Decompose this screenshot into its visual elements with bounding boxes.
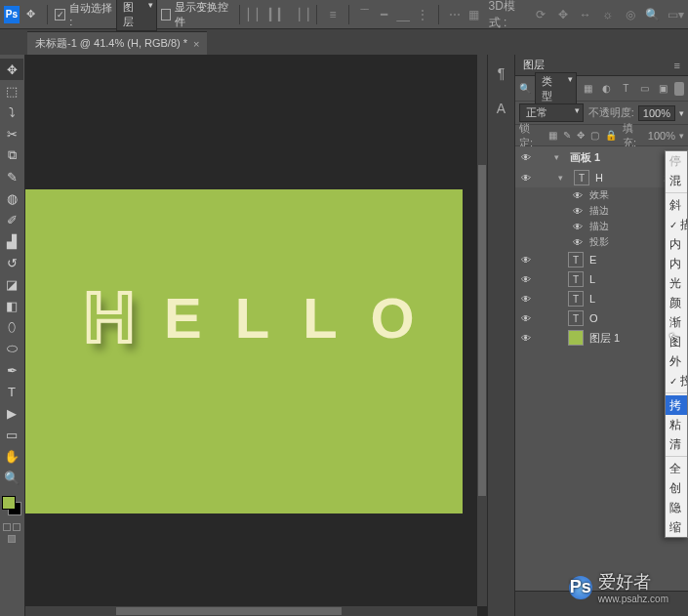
- pen-tool[interactable]: ✒: [0, 359, 23, 381]
- ctx-item[interactable]: 渐: [666, 312, 687, 332]
- shadow-effect[interactable]: 👁投影: [515, 234, 688, 250]
- ctx-item[interactable]: 斜: [666, 195, 687, 215]
- layer-l1[interactable]: 👁 T L: [515, 269, 688, 289]
- scrollbar-horizontal[interactable]: [25, 606, 477, 616]
- hand-tool[interactable]: ✋: [0, 445, 23, 467]
- ctx-item[interactable]: 缩: [666, 517, 687, 537]
- workspace-icon[interactable]: ▭▾: [668, 6, 684, 23]
- align-hcenter-icon[interactable]: ▎▎: [269, 6, 287, 23]
- artboard[interactable]: H E L L O: [25, 189, 463, 513]
- paragraph-panel-icon[interactable]: ¶: [493, 64, 510, 82]
- stroke-effect-1[interactable]: 👁描边: [515, 203, 688, 219]
- effects-row[interactable]: 👁效果: [515, 187, 688, 203]
- opacity-value[interactable]: 100%: [638, 105, 675, 121]
- lock-paint-icon[interactable]: ✎: [563, 130, 571, 141]
- scrollbar-vertical[interactable]: [477, 55, 487, 606]
- camera-icon[interactable]: ◎: [623, 6, 637, 23]
- artboard-layer[interactable]: 👁 ▾ 画板 1: [515, 146, 688, 168]
- orbit-icon[interactable]: ⟳: [534, 6, 548, 23]
- visibility-icon[interactable]: 👁: [519, 173, 533, 184]
- lock-artboard-icon[interactable]: ▢: [590, 130, 599, 141]
- ctx-item[interactable]: 粘: [666, 415, 687, 434]
- zoom-tool[interactable]: 🔍: [0, 467, 23, 488]
- dist-v-icon[interactable]: ⋮: [415, 6, 430, 23]
- letter-l1[interactable]: L: [235, 285, 273, 350]
- lock-pos-icon[interactable]: ✥: [577, 130, 585, 141]
- panel-menu-icon[interactable]: ≡: [674, 60, 680, 71]
- more-icon[interactable]: ⋯: [447, 6, 463, 23]
- ctx-item[interactable]: 隐: [666, 498, 687, 517]
- shape-tool[interactable]: ▭: [0, 424, 23, 445]
- show-transform-checkbox[interactable]: [161, 9, 172, 21]
- brush-tool[interactable]: ✐: [0, 209, 23, 230]
- filter-type-dropdown[interactable]: 类型: [535, 72, 577, 105]
- document-tab[interactable]: 未标题-1 @ 41.4% (H, RGB/8) * ×: [27, 31, 207, 55]
- ctx-item[interactable]: 图: [666, 332, 687, 351]
- cube-icon[interactable]: ▦: [466, 6, 481, 23]
- visibility-icon[interactable]: 👁: [519, 255, 533, 266]
- auto-select-checkbox[interactable]: ✓: [55, 9, 65, 21]
- layer-o[interactable]: 👁 T O: [515, 308, 688, 328]
- visibility-icon[interactable]: 👁: [519, 313, 533, 324]
- ctx-item[interactable]: 描: [666, 215, 687, 234]
- align-right-icon[interactable]: ▕▕: [291, 6, 308, 23]
- marquee-tool[interactable]: ⬚: [0, 80, 23, 102]
- letter-l2[interactable]: L: [303, 285, 341, 350]
- quick-select-tool[interactable]: ✂: [0, 123, 23, 144]
- search-icon[interactable]: 🔍: [645, 6, 660, 23]
- layer-style-context-menu[interactable]: 停混斜描内内光颜渐图外投拷粘清全创隐缩: [665, 150, 688, 538]
- light-icon[interactable]: ☼: [600, 6, 615, 23]
- move-tool[interactable]: ✥: [0, 59, 23, 80]
- filter-toggle[interactable]: [674, 82, 684, 96]
- ctx-item[interactable]: 全: [666, 459, 687, 478]
- visibility-icon[interactable]: 👁: [519, 152, 533, 163]
- dodge-tool[interactable]: ⬭: [0, 338, 23, 359]
- color-swatches[interactable]: [0, 494, 24, 519]
- ctx-item[interactable]: 创: [666, 478, 687, 498]
- filter-pixel-icon[interactable]: ▦: [581, 81, 595, 97]
- layer-bg[interactable]: 👁 图层 1: [515, 328, 688, 348]
- visibility-icon[interactable]: 👁: [519, 294, 533, 305]
- ctx-item[interactable]: 外: [666, 351, 687, 371]
- layer-e[interactable]: 👁 T E: [515, 250, 688, 269]
- character-panel-icon[interactable]: A: [493, 100, 510, 117]
- visibility-icon[interactable]: 👁: [519, 333, 533, 344]
- ctx-item[interactable]: 内: [666, 254, 687, 273]
- lock-trans-icon[interactable]: ▦: [548, 130, 557, 141]
- pan-icon[interactable]: ✥: [555, 6, 570, 23]
- ctx-item[interactable]: 投: [666, 371, 687, 390]
- align-bottom-icon[interactable]: __: [395, 6, 411, 23]
- gradient-tool[interactable]: ◧: [0, 295, 23, 316]
- ctx-item[interactable]: 混: [666, 171, 687, 190]
- filter-type-icon[interactable]: T: [619, 81, 633, 97]
- slide-icon[interactable]: ↔: [578, 6, 592, 23]
- stamp-tool[interactable]: ▟: [0, 230, 23, 252]
- layer-h[interactable]: 👁 ▾ T H fx ▾: [515, 168, 688, 187]
- mask-mode[interactable]: [0, 523, 23, 531]
- fg-color-swatch[interactable]: [2, 496, 16, 510]
- layers-tab[interactable]: 图层: [523, 58, 545, 72]
- type-tool[interactable]: T: [0, 381, 23, 402]
- close-tab-icon[interactable]: ×: [193, 38, 199, 50]
- layer-l2[interactable]: 👁 T L: [515, 289, 688, 308]
- auto-select-dropdown[interactable]: 图层: [116, 0, 156, 31]
- lock-all-icon[interactable]: 🔒: [605, 130, 617, 141]
- ctx-item[interactable]: 拷: [666, 395, 687, 415]
- ctx-item[interactable]: 光: [666, 273, 687, 293]
- lasso-tool[interactable]: ⤵: [0, 102, 23, 123]
- letter-h[interactable]: H: [84, 277, 135, 357]
- crop-tool[interactable]: ⧉: [0, 144, 23, 166]
- history-brush-tool[interactable]: ↺: [0, 252, 23, 273]
- path-select-tool[interactable]: ▶: [0, 402, 23, 424]
- dist-h-icon[interactable]: ≡: [325, 6, 341, 23]
- filter-shape-icon[interactable]: ▭: [637, 81, 652, 97]
- stroke-effect-2[interactable]: 👁描边: [515, 219, 688, 234]
- letter-e[interactable]: E: [164, 285, 206, 350]
- screen-mode[interactable]: [0, 535, 23, 543]
- blend-mode-dropdown[interactable]: 正常: [519, 103, 584, 122]
- fill-value[interactable]: 100%: [648, 130, 675, 142]
- eyedropper-tool[interactable]: ✎: [0, 166, 23, 187]
- move-tool-icon[interactable]: ✥: [23, 6, 39, 23]
- align-vcenter-icon[interactable]: ━: [377, 6, 392, 23]
- ctx-item[interactable]: 清: [666, 434, 687, 454]
